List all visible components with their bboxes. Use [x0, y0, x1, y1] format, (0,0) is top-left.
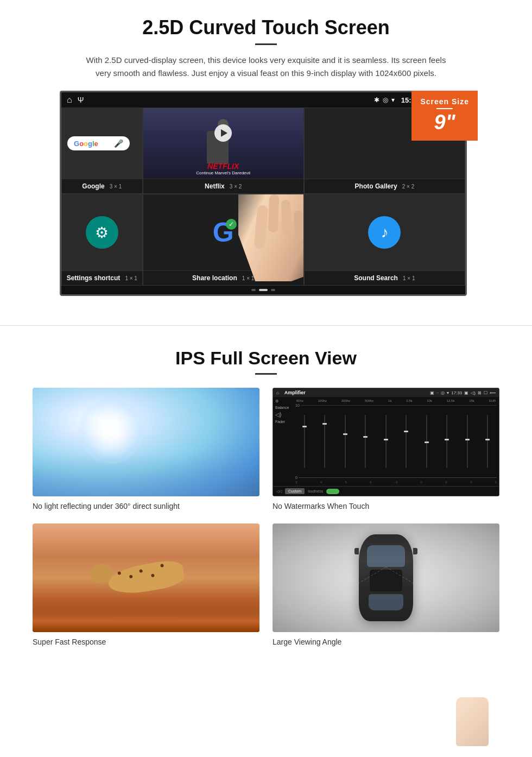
location-icon: ◎: [383, 96, 388, 104]
screen-nav-dots: [61, 286, 465, 294]
spot3: [139, 569, 143, 573]
amp-sidebar: ⚙ Balance ◁) Fader: [275, 399, 294, 484]
usb-icon: Ψ: [78, 96, 84, 104]
google-thumbnail: Google 🎤: [62, 108, 142, 179]
app-cell-settings[interactable]: ⚙ Settings shortcut 1 × 1: [61, 194, 143, 286]
spot4: [151, 573, 155, 577]
car-bg: [273, 523, 499, 632]
section-divider: [0, 325, 532, 326]
spot2: [129, 575, 133, 578]
app-cell-share[interactable]: G ✓ Share location: [143, 194, 304, 286]
volume-btn: ◁): [275, 412, 294, 418]
feature-no-watermarks: ⌂ Amplifier ▣ ·· ◎ ▾ 17:33 ▣ ◁) ⊠ ☐: [273, 388, 499, 510]
eq-bar-9: [458, 408, 477, 475]
app-grid-row1: Google 🎤 Google 3 × 1: [61, 108, 465, 194]
no-light-label: No light reflecting under 360° direct su…: [33, 502, 259, 510]
section1-description: With 2.5D curved-display screen, this de…: [81, 54, 451, 80]
badge-size: 9": [420, 111, 469, 134]
svg-line-0: [295, 567, 386, 621]
fast-response-label: Super Fast Response: [33, 638, 259, 646]
device-mockup: Screen Size 9" ⌂ Ψ ✱ ◎ ▾ 15:06 ▣ ◁) ⊠ ☐: [60, 91, 472, 296]
spot5: [160, 564, 164, 567]
eq-bar-1: [295, 408, 314, 475]
sky-image: [33, 388, 259, 496]
settings-icon: ⚙: [86, 216, 118, 249]
cheetah-image: [33, 523, 259, 632]
app-cell-sound[interactable]: ♪ Sound Search 1 × 1: [304, 194, 465, 286]
spot1: [117, 571, 121, 575]
nav-dot-2: [259, 289, 268, 291]
eq-bar-6: [397, 408, 416, 475]
tablet-screen: ⌂ Ψ ✱ ◎ ▾ 15:06 ▣ ◁) ⊠ ☐: [60, 91, 467, 296]
section2-title: IPS Full Screen View: [33, 348, 499, 369]
eq-bar-8: [438, 408, 457, 475]
share-thumbnail: G ✓: [143, 194, 303, 270]
settings-label: Settings shortcut 1 × 1: [62, 270, 142, 285]
amplifier-image: ⌂ Amplifier ▣ ·· ◎ ▾ 17:33 ▣ ◁) ⊠ ☐: [273, 388, 499, 496]
feature-grid: No light reflecting under 360° direct su…: [33, 388, 499, 646]
screen-size-badge: Screen Size 9": [411, 91, 478, 141]
settings-thumbnail: ⚙: [62, 194, 142, 270]
netflix-thumbnail: NETFLIX Continue Marvel's Daredevil: [143, 108, 303, 179]
bluetooth-icon: ✱: [374, 96, 379, 104]
netflix-logo: NETFLIX: [147, 162, 300, 171]
amp-sliders: 60hz 100hz 200hz 500hz 1k 2.5k 10k 12.5k…: [295, 399, 497, 484]
gallery-label: Photo Gallery 2 × 2: [305, 179, 465, 193]
app-cell-netflix[interactable]: NETFLIX Continue Marvel's Daredevil Netf…: [143, 108, 304, 194]
amp-body: ⚙ Balance ◁) Fader 60hz 100hz 200hz 50: [273, 397, 499, 486]
no-watermarks-label: No Watermarks When Touch: [273, 502, 499, 510]
amp-statusbar: ⌂ Amplifier ▣ ·· ◎ ▾ 17:33 ▣ ◁) ⊠ ☐: [273, 388, 499, 397]
badge-title: Screen Size: [420, 97, 469, 106]
angle-lines: [273, 523, 499, 632]
netflix-play-button[interactable]: [214, 124, 232, 142]
balance-label: Balance: [275, 406, 294, 409]
svg-line-1: [386, 567, 477, 621]
section-ips: IPS Full Screen View No light reflecting…: [0, 342, 532, 663]
nav-dot-3: [271, 289, 275, 291]
app-cell-google[interactable]: Google 🎤 Google 3 × 1: [61, 108, 143, 194]
section2-divider: [255, 373, 277, 375]
signal-icon: ▾: [391, 96, 395, 104]
eq-sliders: [295, 408, 497, 475]
loudness-label: loudness: [308, 489, 323, 493]
large-angle-label: Large Viewing Angle: [273, 638, 499, 646]
sound-label: Sound Search 1 × 1: [305, 270, 465, 285]
home-icon: ⌂: [67, 95, 72, 105]
eq-bar-4: [357, 408, 375, 475]
section-curved-screen: 2.5D Curved Touch Screen With 2.5D curve…: [0, 0, 532, 309]
netflix-info: NETFLIX Continue Marvel's Daredevil: [147, 162, 300, 175]
title-divider: [255, 43, 277, 45]
amp-back: ◁◁: [276, 489, 282, 494]
google-search-bar[interactable]: Google 🎤: [67, 136, 130, 150]
feature-no-light: No light reflecting under 360° direct su…: [33, 388, 259, 510]
sound-icon: ♪: [368, 216, 401, 249]
netflix-label: Netflix 3 × 2: [143, 179, 303, 193]
app-grid-row2: ⚙ Settings shortcut 1 × 1 G ✓: [61, 194, 465, 286]
amp-title: Amplifier: [284, 390, 306, 395]
nav-dot-1: [251, 289, 256, 291]
fader-label: Fader: [275, 420, 294, 424]
mic-icon: 🎤: [114, 139, 123, 148]
custom-btn[interactable]: Custom: [285, 488, 305, 494]
maps-icon: G ✓: [207, 216, 239, 249]
ground: [33, 610, 259, 632]
status-bar: ⌂ Ψ ✱ ◎ ▾ 15:06 ▣ ◁) ⊠ ☐: [61, 92, 465, 108]
netflix-subtitle: Continue Marvel's Daredevil: [147, 171, 300, 175]
google-label: Google 3 × 1: [62, 179, 142, 193]
hand-overlay: [238, 194, 304, 281]
loudness-toggle[interactable]: [326, 489, 339, 494]
amp-home: ⌂: [276, 390, 279, 395]
amp-status-right: ▣ ·· ◎ ▾ 17:33 ▣ ◁) ⊠ ☐ ⟵: [430, 390, 496, 395]
freq-labels: 60hz 100hz 200hz 500hz 1k 2.5k 10k 12.5k…: [295, 399, 497, 402]
eq-bar-3: [336, 408, 354, 475]
car-image: [273, 523, 499, 632]
google-logo: Google: [74, 140, 98, 148]
section1-title: 2.5D Curved Touch Screen: [33, 16, 499, 39]
cheetah-bg: [33, 523, 259, 632]
eq-bar-10: [479, 408, 497, 475]
feature-large-angle: Large Viewing Angle: [273, 523, 499, 646]
eq-bar-2: [316, 408, 334, 475]
amp-bottom: ◁◁ Custom loudness: [273, 486, 499, 496]
sound-thumbnail: ♪: [305, 194, 465, 270]
eq-bar-5: [377, 408, 395, 475]
